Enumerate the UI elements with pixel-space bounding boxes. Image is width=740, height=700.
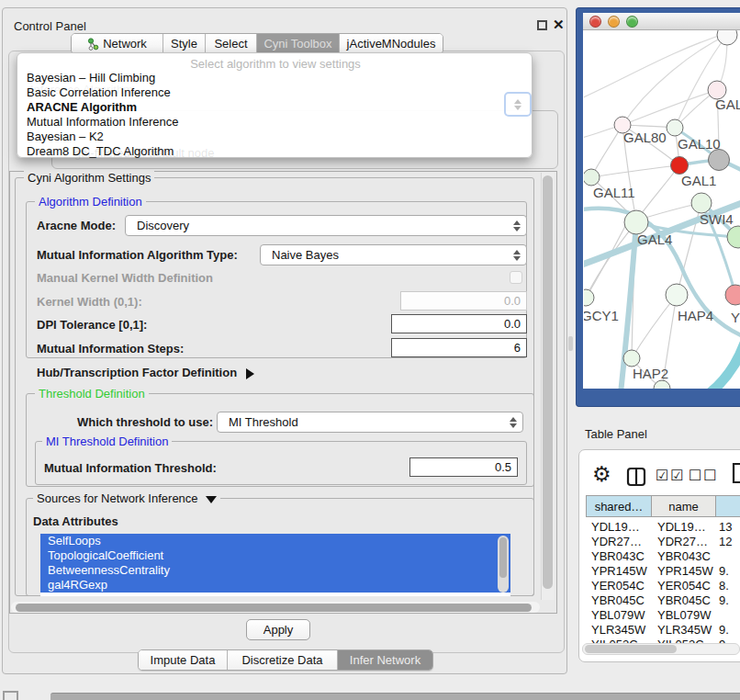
select-all-checkboxes-icon[interactable]: ☑☑ (656, 467, 686, 484)
network-node[interactable] (691, 193, 712, 213)
algorithm-option[interactable]: Mutual Information Inference (27, 115, 178, 130)
gear-icon[interactable]: ⚙ (592, 462, 611, 487)
horizontal-scrollbar-thumb[interactable] (16, 604, 532, 612)
data-attributes-list[interactable]: SelfLoopsTopologicalCoefficientBetweenne… (40, 534, 510, 596)
tab-cyni-toolbox[interactable]: Cyni Toolbox (256, 34, 339, 53)
columns-icon[interactable] (626, 467, 646, 487)
table-cell[interactable]: YBR043C (591, 549, 650, 564)
tab-select[interactable]: Select (205, 34, 256, 53)
data-attributes-label: Data Attributes (33, 514, 118, 528)
sources-group-expander[interactable]: Sources for Network Inference (33, 491, 220, 505)
mi-threshold-field[interactable] (409, 457, 518, 477)
table-horizontal-scrollbar-thumb[interactable] (585, 645, 677, 653)
hub-definition-label: Hub/Transcription Factor Definition (37, 366, 237, 379)
tab-style[interactable]: Style (163, 34, 205, 53)
dpi-tolerance-field[interactable] (391, 314, 527, 333)
table-cell[interactable]: YDR27… (591, 535, 650, 549)
top-tab-bar: NetworkStyleSelectCyni ToolboxjActiveMNo… (71, 33, 443, 54)
manual-kernel-label: Manual Kernel Width Definition (37, 271, 213, 285)
network-node[interactable] (666, 284, 688, 306)
network-node[interactable] (654, 380, 670, 389)
vertical-scrollbar-thumb[interactable] (543, 175, 553, 589)
attribute-item[interactable]: SelfLoops (40, 534, 510, 548)
column-header-shared…[interactable]: shared… (586, 495, 652, 517)
column-header-A[interactable]: A (716, 495, 740, 517)
table-cell[interactable]: 9. (719, 623, 740, 638)
network-edge[interactable] (632, 295, 677, 358)
column-header-name[interactable]: name (652, 495, 716, 517)
attribute-item[interactable]: TopologicalCoefficient (40, 548, 510, 563)
table-cell[interactable]: YER054C (657, 579, 714, 593)
algorithm-option[interactable]: Bayesian – Hill Climbing (27, 71, 155, 85)
mac-close-button[interactable] (589, 16, 601, 28)
network-edge[interactable] (591, 125, 622, 177)
mi-steps-field[interactable] (391, 338, 527, 357)
kernel-width-field[interactable] (400, 291, 527, 310)
tab-infer-network[interactable]: Infer Network (337, 650, 432, 670)
table-cell[interactable]: YBR045C (591, 593, 650, 608)
table-cell[interactable]: 9. (719, 564, 740, 579)
table-cell[interactable]: YBR045C (657, 593, 714, 608)
algorithm-option[interactable]: ARACNE Algorithm (27, 100, 137, 115)
network-window-titlebar[interactable] (583, 13, 740, 30)
network-node[interactable] (709, 150, 730, 171)
network-node[interactable] (584, 169, 600, 186)
apply-button[interactable]: Apply (246, 619, 310, 640)
table-cell[interactable]: YLR345W (591, 623, 650, 638)
aracne-mode-select[interactable]: Discovery (125, 215, 527, 236)
table-cell[interactable]: 13 (719, 520, 740, 535)
tab-label: jActiveMNodules (347, 37, 436, 51)
table-cell[interactable]: YDL19… (657, 520, 714, 535)
tab-network[interactable]: Network (72, 34, 163, 53)
network-edge[interactable] (622, 90, 717, 125)
tab-label: Select (214, 37, 247, 51)
manual-kernel-checkbox[interactable] (510, 271, 522, 284)
network-edge[interactable] (622, 35, 727, 125)
attributes-scrollbar-thumb[interactable] (499, 537, 507, 578)
network-edge[interactable] (591, 165, 679, 177)
table-cell[interactable]: 12 (719, 535, 740, 549)
which-threshold-select[interactable]: MI Threshold (217, 412, 523, 433)
algorithm-option[interactable]: Basic Correlation Inference (27, 85, 171, 100)
table-cell[interactable]: YBL079W (591, 608, 650, 623)
clear-all-checkboxes-icon[interactable]: ☐☐ (689, 467, 719, 484)
table-cell[interactable] (719, 549, 740, 564)
table-cell[interactable]: YPR145W (591, 564, 650, 579)
tab-jactivemnodules[interactable]: jActiveMNodules (339, 34, 443, 53)
file-icon[interactable] (732, 462, 740, 484)
node-label: Y (731, 310, 740, 325)
tab-impute-data[interactable]: Impute Data (139, 650, 227, 670)
table-cell[interactable]: YBR043C (657, 549, 714, 564)
network-canvas[interactable]: GALGAL80GAL10GAL1GAL11SWI4GAL4GCY1HAP4YH… (584, 30, 740, 389)
table-cell[interactable]: 8. (719, 579, 740, 593)
table-cell[interactable]: YBL079W (657, 608, 714, 623)
node-label: HAP4 (678, 308, 713, 323)
table-cell[interactable]: YLR345W (657, 623, 714, 638)
network-node[interactable] (717, 30, 737, 45)
splitter-handle[interactable] (568, 336, 573, 351)
table-cell[interactable]: YDL19… (591, 520, 650, 535)
float-window-icon[interactable] (537, 20, 547, 30)
network-node[interactable] (667, 119, 683, 136)
bottom-mini-icon[interactable] (3, 691, 18, 700)
tab-discretize-data[interactable]: Discretize Data (227, 650, 337, 670)
network-node[interactable] (671, 157, 689, 175)
mac-zoom-button[interactable] (626, 16, 638, 28)
network-edge[interactable] (706, 330, 740, 389)
attribute-item[interactable]: gal4RGexp (40, 578, 510, 593)
algorithm-option[interactable]: Bayesian – K2 (27, 130, 104, 144)
network-node[interactable] (584, 289, 594, 306)
attribute-item[interactable]: BetweennessCentrality (40, 563, 510, 578)
network-node[interactable] (623, 350, 640, 367)
hub-definition-expander[interactable]: Hub/Transcription Factor Definition (37, 366, 254, 379)
algorithm-option[interactable]: Dream8 DC_TDC Algorithm (27, 144, 174, 159)
network-node[interactable] (725, 285, 740, 305)
mac-minimize-button[interactable] (608, 16, 620, 28)
table-cell[interactable]: 9. (719, 593, 740, 608)
table-cell[interactable] (719, 608, 740, 623)
table-cell[interactable]: YDR27… (657, 535, 714, 549)
mi-type-select[interactable]: Naive Bayes (260, 244, 527, 265)
table-cell[interactable]: YER054C (591, 579, 650, 593)
table-cell[interactable]: YPR145W (657, 564, 714, 579)
close-icon[interactable]: ✕ (553, 17, 565, 33)
